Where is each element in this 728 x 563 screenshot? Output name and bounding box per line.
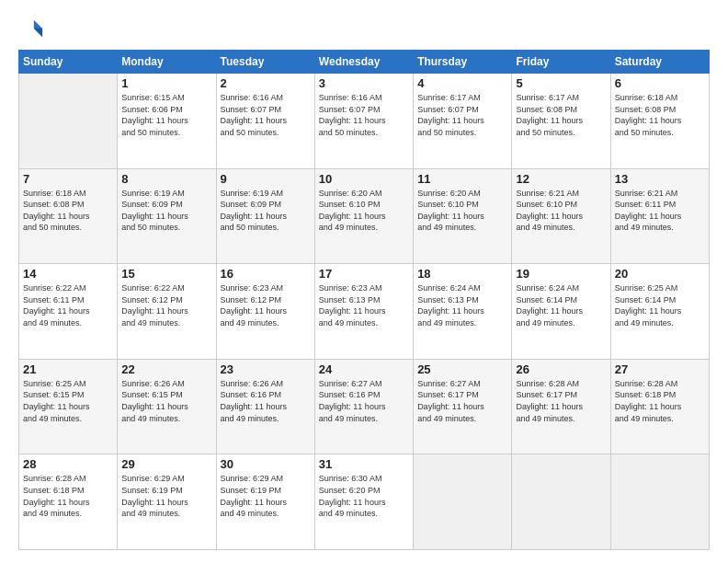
logo — [18, 17, 48, 42]
col-header-monday: Monday — [118, 51, 216, 74]
calendar-week-1: 7Sunrise: 6:18 AMSunset: 6:08 PMDaylight… — [19, 168, 710, 264]
day-details: Sunrise: 6:29 AMSunset: 6:19 PMDaylight:… — [221, 473, 311, 519]
day-number: 23 — [221, 362, 311, 376]
day-details: Sunrise: 6:27 AMSunset: 6:17 PMDaylight:… — [417, 378, 507, 424]
calendar-cell: 4Sunrise: 6:17 AMSunset: 6:07 PMDaylight… — [414, 74, 512, 169]
calendar-cell — [512, 454, 610, 550]
day-number: 1 — [121, 76, 211, 90]
day-number: 21 — [23, 362, 113, 376]
svg-marker-0 — [34, 20, 42, 29]
day-details: Sunrise: 6:23 AMSunset: 6:13 PMDaylight:… — [319, 282, 409, 328]
calendar-header-row: SundayMondayTuesdayWednesdayThursdayFrid… — [19, 51, 710, 74]
day-details: Sunrise: 6:17 AMSunset: 6:07 PMDaylight:… — [417, 92, 507, 138]
day-details: Sunrise: 6:22 AMSunset: 6:12 PMDaylight:… — [121, 282, 211, 328]
day-details: Sunrise: 6:21 AMSunset: 6:11 PMDaylight:… — [615, 188, 705, 234]
day-number: 5 — [516, 76, 606, 90]
day-details: Sunrise: 6:16 AMSunset: 6:07 PMDaylight:… — [319, 92, 409, 138]
day-number: 28 — [23, 457, 113, 471]
calendar-cell: 11Sunrise: 6:20 AMSunset: 6:10 PMDayligh… — [414, 168, 512, 264]
calendar-week-0: 1Sunrise: 6:15 AMSunset: 6:06 PMDaylight… — [19, 74, 710, 169]
day-details: Sunrise: 6:26 AMSunset: 6:16 PMDaylight:… — [221, 378, 311, 424]
calendar-cell: 17Sunrise: 6:23 AMSunset: 6:13 PMDayligh… — [314, 264, 413, 360]
calendar-cell: 10Sunrise: 6:20 AMSunset: 6:10 PMDayligh… — [314, 168, 413, 264]
day-details: Sunrise: 6:22 AMSunset: 6:11 PMDaylight:… — [23, 282, 113, 328]
day-number: 4 — [417, 76, 507, 90]
calendar-cell: 20Sunrise: 6:25 AMSunset: 6:14 PMDayligh… — [610, 264, 709, 360]
day-number: 31 — [319, 457, 409, 471]
calendar-cell: 21Sunrise: 6:25 AMSunset: 6:15 PMDayligh… — [19, 359, 118, 454]
calendar-week-2: 14Sunrise: 6:22 AMSunset: 6:11 PMDayligh… — [19, 264, 710, 360]
svg-marker-1 — [34, 29, 42, 37]
day-number: 7 — [23, 172, 113, 186]
day-details: Sunrise: 6:24 AMSunset: 6:14 PMDaylight:… — [516, 282, 606, 328]
day-number: 19 — [516, 267, 606, 281]
day-details: Sunrise: 6:25 AMSunset: 6:15 PMDaylight:… — [23, 378, 113, 424]
col-header-sunday: Sunday — [19, 51, 118, 74]
day-details: Sunrise: 6:19 AMSunset: 6:09 PMDaylight:… — [221, 188, 311, 234]
day-number: 30 — [221, 457, 311, 471]
day-number: 6 — [615, 76, 705, 90]
day-number: 2 — [221, 76, 311, 90]
day-details: Sunrise: 6:17 AMSunset: 6:08 PMDaylight:… — [516, 92, 606, 138]
calendar-cell: 15Sunrise: 6:22 AMSunset: 6:12 PMDayligh… — [118, 264, 216, 360]
day-number: 15 — [121, 267, 211, 281]
calendar-cell: 14Sunrise: 6:22 AMSunset: 6:11 PMDayligh… — [19, 264, 118, 360]
day-details: Sunrise: 6:19 AMSunset: 6:09 PMDaylight:… — [121, 188, 211, 234]
calendar-cell: 18Sunrise: 6:24 AMSunset: 6:13 PMDayligh… — [414, 264, 512, 360]
calendar-cell: 3Sunrise: 6:16 AMSunset: 6:07 PMDaylight… — [314, 74, 413, 169]
day-details: Sunrise: 6:18 AMSunset: 6:08 PMDaylight:… — [23, 188, 113, 234]
day-number: 20 — [615, 267, 705, 281]
col-header-wednesday: Wednesday — [314, 51, 413, 74]
day-number: 10 — [319, 172, 409, 186]
calendar-cell: 1Sunrise: 6:15 AMSunset: 6:06 PMDaylight… — [118, 74, 216, 169]
calendar-table: SundayMondayTuesdayWednesdayThursdayFrid… — [18, 50, 710, 550]
calendar-cell — [414, 454, 512, 550]
calendar-cell: 27Sunrise: 6:28 AMSunset: 6:18 PMDayligh… — [610, 359, 709, 454]
day-number: 8 — [121, 172, 211, 186]
day-number: 26 — [516, 362, 606, 376]
calendar-week-3: 21Sunrise: 6:25 AMSunset: 6:15 PMDayligh… — [19, 359, 710, 454]
calendar-cell: 9Sunrise: 6:19 AMSunset: 6:09 PMDaylight… — [216, 168, 314, 264]
day-details: Sunrise: 6:20 AMSunset: 6:10 PMDaylight:… — [319, 188, 409, 234]
day-number: 3 — [319, 76, 409, 90]
day-details: Sunrise: 6:15 AMSunset: 6:06 PMDaylight:… — [121, 92, 211, 138]
calendar-cell: 2Sunrise: 6:16 AMSunset: 6:07 PMDaylight… — [216, 74, 314, 169]
logo-icon — [18, 17, 44, 42]
day-details: Sunrise: 6:24 AMSunset: 6:13 PMDaylight:… — [417, 282, 507, 328]
day-number: 11 — [417, 172, 507, 186]
day-details: Sunrise: 6:28 AMSunset: 6:18 PMDaylight:… — [23, 473, 113, 519]
calendar-week-4: 28Sunrise: 6:28 AMSunset: 6:18 PMDayligh… — [19, 454, 710, 550]
day-number: 22 — [121, 362, 211, 376]
day-details: Sunrise: 6:28 AMSunset: 6:17 PMDaylight:… — [516, 378, 606, 424]
page: SundayMondayTuesdayWednesdayThursdayFrid… — [0, 0, 728, 563]
day-details: Sunrise: 6:29 AMSunset: 6:19 PMDaylight:… — [121, 473, 211, 519]
header — [18, 17, 710, 42]
day-details: Sunrise: 6:20 AMSunset: 6:10 PMDaylight:… — [417, 188, 507, 234]
col-header-friday: Friday — [512, 51, 610, 74]
calendar-cell — [610, 454, 709, 550]
calendar-cell: 28Sunrise: 6:28 AMSunset: 6:18 PMDayligh… — [19, 454, 118, 550]
calendar-cell: 12Sunrise: 6:21 AMSunset: 6:10 PMDayligh… — [512, 168, 610, 264]
day-details: Sunrise: 6:23 AMSunset: 6:12 PMDaylight:… — [221, 282, 311, 328]
day-number: 24 — [319, 362, 409, 376]
calendar-cell: 8Sunrise: 6:19 AMSunset: 6:09 PMDaylight… — [118, 168, 216, 264]
day-number: 9 — [221, 172, 311, 186]
col-header-saturday: Saturday — [610, 51, 709, 74]
calendar-cell: 25Sunrise: 6:27 AMSunset: 6:17 PMDayligh… — [414, 359, 512, 454]
day-details: Sunrise: 6:21 AMSunset: 6:10 PMDaylight:… — [516, 188, 606, 234]
day-details: Sunrise: 6:28 AMSunset: 6:18 PMDaylight:… — [615, 378, 705, 424]
day-details: Sunrise: 6:27 AMSunset: 6:16 PMDaylight:… — [319, 378, 409, 424]
day-number: 12 — [516, 172, 606, 186]
calendar-cell: 31Sunrise: 6:30 AMSunset: 6:20 PMDayligh… — [314, 454, 413, 550]
day-details: Sunrise: 6:30 AMSunset: 6:20 PMDaylight:… — [319, 473, 409, 519]
day-number: 13 — [615, 172, 705, 186]
calendar-cell: 16Sunrise: 6:23 AMSunset: 6:12 PMDayligh… — [216, 264, 314, 360]
day-details: Sunrise: 6:26 AMSunset: 6:15 PMDaylight:… — [121, 378, 211, 424]
day-number: 25 — [417, 362, 507, 376]
calendar-cell: 26Sunrise: 6:28 AMSunset: 6:17 PMDayligh… — [512, 359, 610, 454]
col-header-thursday: Thursday — [414, 51, 512, 74]
calendar-cell: 30Sunrise: 6:29 AMSunset: 6:19 PMDayligh… — [216, 454, 314, 550]
calendar-cell: 23Sunrise: 6:26 AMSunset: 6:16 PMDayligh… — [216, 359, 314, 454]
day-details: Sunrise: 6:18 AMSunset: 6:08 PMDaylight:… — [615, 92, 705, 138]
calendar-cell: 7Sunrise: 6:18 AMSunset: 6:08 PMDaylight… — [19, 168, 118, 264]
